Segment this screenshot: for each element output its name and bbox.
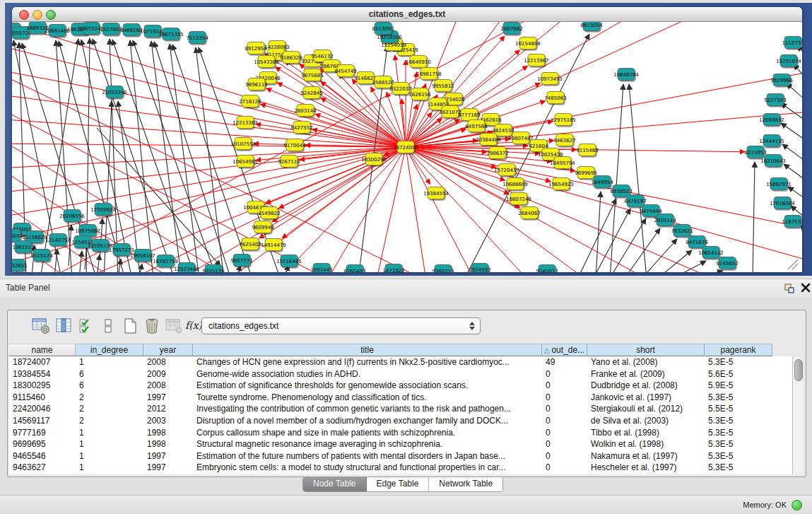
- graph-node[interactable]: 9115460: [576, 144, 598, 156]
- close-panel-icon[interactable]: [800, 282, 811, 293]
- graph-node[interactable]: 2718126: [239, 95, 261, 107]
- graph-node[interactable]: 9857771: [230, 255, 252, 267]
- graph-node[interactable]: 8313055: [372, 23, 394, 35]
- table-row[interactable]: 1830029562008Estimation of significance …: [9, 380, 792, 392]
- graph-node[interactable]: 9955812: [432, 80, 454, 92]
- graph-node[interactable]: 8215953: [744, 146, 766, 158]
- graph-node[interactable]: 10975887: [75, 225, 100, 237]
- graph-node[interactable]: 16154808: [515, 37, 541, 49]
- vertical-scrollbar[interactable]: [792, 357, 803, 474]
- graph-node[interactable]: 2935114: [654, 214, 676, 226]
- graph-node[interactable]: 10973493: [537, 73, 563, 85]
- graph-edge[interactable]: [196, 47, 224, 272]
- graph-edge[interactable]: [12, 67, 406, 147]
- graph-node[interactable]: 9242845: [300, 87, 322, 99]
- graph-node[interactable]: 2032651: [12, 259, 28, 271]
- graph-node[interactable]: 8515124: [30, 250, 53, 262]
- graph-node[interactable]: 7513354: [186, 32, 208, 44]
- column-header-year[interactable]: year: [143, 344, 193, 356]
- table-row[interactable]: 969969511998Structural magnetic resonanc…: [9, 438, 792, 450]
- graph-edge[interactable]: [12, 181, 143, 272]
- graph-node[interactable]: 9355135: [202, 265, 224, 273]
- tab-edge-table[interactable]: Edge Table: [367, 477, 430, 491]
- graph-node[interactable]: 8466160: [120, 24, 142, 36]
- table-row[interactable]: 911546021997Tourette syndrome. Phenomeno…: [9, 392, 792, 404]
- graph-node[interactable]: 1187533: [782, 216, 802, 228]
- graph-node[interactable]: 9245012: [536, 265, 558, 273]
- graph-node[interactable]: 8265403: [343, 265, 365, 273]
- graph-node[interactable]: 9245652: [716, 257, 738, 269]
- graph-node[interactable]: 12093832: [759, 114, 784, 126]
- graph-node[interactable]: 9267110: [278, 156, 300, 168]
- graph-edge[interactable]: [787, 83, 802, 110]
- table-selector-dropdown[interactable]: citations_edges.txt: [201, 317, 481, 334]
- graph-node[interactable]: 10654985: [233, 156, 258, 168]
- graph-node[interactable]: 12923448: [174, 263, 199, 273]
- graph-node[interactable]: 17359924: [90, 204, 116, 216]
- graph-node[interactable]: 17016504: [770, 197, 795, 209]
- table-settings-icon[interactable]: [32, 317, 50, 334]
- row-height-icon[interactable]: [100, 317, 118, 334]
- graph-node[interactable]: 7485063: [544, 92, 566, 104]
- graph-node[interactable]: 9896115: [245, 78, 267, 90]
- scrollbar-thumb[interactable]: [794, 359, 803, 381]
- graph-node[interactable]: 1640954: [591, 176, 613, 188]
- graph-node[interactable]: 9929966: [770, 74, 793, 86]
- citation-graph[interactable]: 8912954142260639127505105433828186328932…: [12, 22, 802, 272]
- graph-node[interactable]: 20206556: [59, 210, 85, 222]
- graph-edge[interactable]: [12, 42, 406, 147]
- graph-edge[interactable]: [372, 147, 406, 272]
- column-header-indegree[interactable]: in_degree: [76, 344, 143, 356]
- graph-node[interactable]: 8186328: [280, 52, 302, 64]
- graph-edge[interactable]: [406, 147, 802, 268]
- graph-node[interactable]: 2087682: [500, 23, 522, 35]
- graph-node[interactable]: 9170044: [283, 139, 306, 151]
- table-row[interactable]: 1872400712008Changes of HCN gene express…: [9, 356, 792, 368]
- table-row[interactable]: 977716911998Corpus callosum shape and si…: [9, 427, 792, 439]
- graph-node[interactable]: 1527602: [100, 23, 122, 35]
- table-row[interactable]: 2242004622012Investigating the contribut…: [9, 403, 792, 415]
- column-header-name[interactable]: name: [9, 344, 76, 356]
- table-row[interactable]: 946362711997Embryonic stem cells: a mode…: [9, 462, 792, 474]
- graph-node[interactable]: 10688609: [502, 178, 528, 190]
- graph-node[interactable]: 9675685: [301, 69, 323, 81]
- graph-node[interactable]: 6479197: [624, 195, 646, 207]
- graph-node[interactable]: 16210643: [760, 155, 786, 167]
- network-window-titlebar[interactable]: citations_edges.txt: [12, 7, 802, 22]
- float-panel-icon[interactable]: [783, 282, 796, 295]
- graph-edge[interactable]: [12, 147, 406, 271]
- graph-edge[interactable]: [609, 218, 646, 272]
- tab-node-table[interactable]: Node Table: [303, 477, 367, 491]
- graph-edge[interactable]: [395, 55, 406, 147]
- column-header-title[interactable]: title: [193, 344, 542, 356]
- delete-trash-icon[interactable]: [143, 317, 161, 334]
- graph-node[interactable]: 2684067: [518, 207, 540, 219]
- graph-node[interactable]: 7832621: [671, 225, 693, 237]
- graph-node[interactable]: 15751074: [776, 55, 801, 67]
- graph-node[interactable]: 1471922: [382, 264, 404, 273]
- graph-node[interactable]: 10648784: [613, 69, 639, 81]
- graph-edge[interactable]: [624, 228, 660, 272]
- table-row[interactable]: 1938455462009Genome-wide association stu…: [9, 368, 792, 380]
- graph-node[interactable]: 12444135: [759, 135, 784, 147]
- graph-edge[interactable]: [781, 103, 802, 128]
- graph-node[interactable]: 14914479: [261, 239, 286, 251]
- column-header-pagerank[interactable]: pagerank: [705, 344, 772, 356]
- graph-node[interactable]: 9699695: [575, 167, 596, 179]
- graph-edge[interactable]: [794, 64, 802, 91]
- graph-node[interactable]: 16782759: [153, 255, 178, 267]
- graph-edge[interactable]: [657, 250, 692, 272]
- graph-node[interactable]: 7986372: [486, 147, 508, 159]
- graph-node[interactable]: 21053346: [102, 86, 127, 98]
- graph-node[interactable]: 9360715: [432, 265, 454, 273]
- graph-node[interactable]: 1091445: [310, 264, 332, 273]
- graph-edge[interactable]: [282, 147, 406, 238]
- table-row[interactable]: 946554611997Estimation of the future num…: [9, 450, 792, 462]
- graph-node[interactable]: 20691406: [45, 25, 70, 37]
- graph-edge[interactable]: [781, 123, 802, 148]
- graph-node[interactable]: 1981513: [12, 241, 34, 253]
- table-row[interactable]: 1456911722003Disruption of a novel membe…: [9, 415, 792, 427]
- graph-node[interactable]: 15892971: [766, 178, 792, 190]
- graph-node[interactable]: 9609948: [252, 221, 273, 233]
- graph-node[interactable]: 2803144: [294, 105, 317, 117]
